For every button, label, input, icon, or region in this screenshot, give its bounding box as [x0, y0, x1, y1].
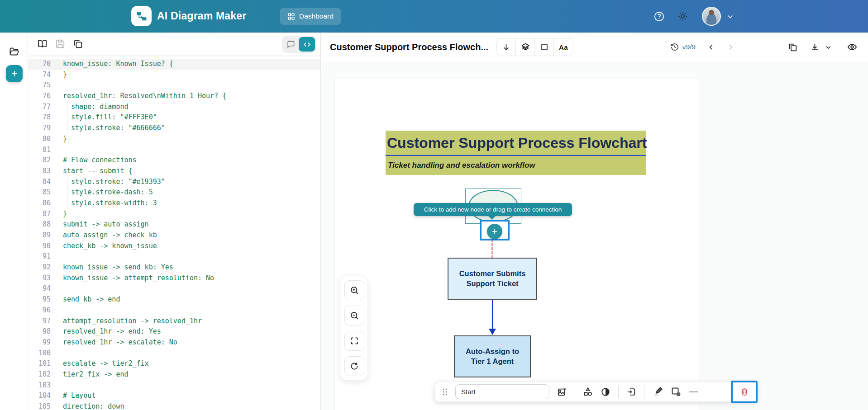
move-to-container-button[interactable]	[626, 387, 636, 397]
shape-frame-button[interactable]	[535, 38, 554, 56]
code-line[interactable]: 89auto_assign -> check_kb	[28, 230, 320, 241]
code-line[interactable]: 102tier2_fix -> end	[28, 369, 320, 380]
code-editor[interactable]: 70known_issue: Known Issue? {74}7576reso…	[28, 55, 320, 410]
version-history-button[interactable]	[670, 42, 679, 52]
line-number: 77	[28, 102, 51, 113]
code-line[interactable]: 99resolved_1hr -> escalate: No	[28, 337, 320, 348]
reset-view-button[interactable]	[344, 356, 364, 376]
code-text: start -- submit {	[63, 166, 133, 177]
download-options-button[interactable]	[825, 44, 832, 51]
code-line[interactable]: 105direction: down	[28, 401, 320, 410]
comments-view-button[interactable]	[283, 38, 298, 51]
code-line[interactable]: 83start -- submit {	[28, 166, 320, 177]
line-number: 95	[28, 294, 51, 305]
code-line[interactable]: 81	[28, 145, 320, 156]
line-number: 76	[28, 91, 51, 102]
new-diagram-button[interactable]	[6, 65, 23, 82]
drag-handle[interactable]	[442, 388, 448, 396]
canvas-body[interactable]: Customer Support Process Flowchart Ticke…	[321, 61, 868, 410]
line-number: 101	[28, 358, 51, 369]
code-line[interactable]: 92known_issue -> send_kb: Yes	[28, 262, 320, 273]
preview-button[interactable]	[847, 42, 857, 52]
square-icon	[540, 43, 548, 51]
user-menu-button[interactable]	[702, 7, 734, 26]
line-number: 94	[28, 283, 51, 294]
code-line[interactable]: 82# Flow connections	[28, 155, 320, 166]
zoom-controls	[340, 276, 368, 381]
code-line[interactable]: 93known_issue -> attempt_resolution: No	[28, 273, 320, 284]
version-next-button[interactable]	[727, 43, 734, 51]
help-button[interactable]	[653, 11, 665, 22]
code-line[interactable]: 84 style.stroke: "#e19393"	[28, 177, 320, 188]
download-button[interactable]	[810, 42, 820, 52]
fill-color-button[interactable]	[652, 386, 663, 397]
code-line[interactable]: 70known_issue: Known Issue? {	[28, 59, 320, 70]
code-line[interactable]: 101escalate -> tier2_fix	[28, 358, 320, 369]
code-line[interactable]: 103	[28, 380, 320, 391]
save-button[interactable]	[55, 39, 65, 49]
code-line[interactable]: 104# Layout	[28, 391, 320, 401]
typography-button[interactable]: Aa	[554, 38, 573, 56]
code-text: check_kb -> known_issue	[63, 241, 157, 252]
duplicate-button[interactable]	[788, 42, 797, 52]
border-color-button[interactable]	[671, 386, 682, 397]
app-root: AI Diagram Maker Dashboard	[0, 0, 868, 410]
code-line[interactable]: 78 style.fill: "#FFF3E0"	[28, 112, 320, 123]
node-customer-submits[interactable]: Customer Submits Support Ticket	[448, 258, 537, 300]
diagram-title-node[interactable]: Customer Support Process Flowchart Ticke…	[386, 131, 646, 175]
code-line[interactable]: 87}	[28, 209, 320, 220]
files-button[interactable]	[9, 46, 19, 57]
code-line[interactable]: 85 style.stroke-dash: 5	[28, 187, 320, 198]
copy-icon	[73, 39, 83, 49]
code-line[interactable]: 100	[28, 348, 320, 359]
code-line[interactable]: 97attempt_resolution -> resolved_1hr	[28, 316, 320, 327]
code-line[interactable]: 80}	[28, 134, 320, 145]
canvas-panel: Customer Support Process Flowch...	[321, 33, 868, 410]
fit-view-button[interactable]	[344, 331, 364, 351]
zoom-in-button[interactable]	[344, 280, 364, 300]
version-prev-button[interactable]	[707, 43, 715, 51]
code-text: submit -> auto_assign	[63, 219, 149, 230]
move-into-icon	[626, 387, 636, 397]
theme-toggle-button[interactable]	[677, 11, 688, 22]
line-number: 96	[28, 305, 51, 316]
code-line[interactable]: 74}	[28, 70, 320, 80]
code-line[interactable]: 76resolved_1hr: Resolved\nWithin 1 Hour?…	[28, 91, 320, 102]
code-line[interactable]: 77 shape: diamond	[28, 102, 320, 113]
line-number: 82	[28, 155, 51, 166]
code-line[interactable]: 95send_kb -> end	[28, 294, 320, 305]
header-actions	[653, 0, 734, 33]
direction-down-button[interactable]	[497, 38, 516, 56]
left-rail	[0, 33, 28, 410]
code-text: # Layout	[63, 391, 95, 401]
layers-button[interactable]	[516, 38, 535, 56]
add-node-button[interactable]	[487, 224, 502, 239]
dashboard-button[interactable]: Dashboard	[280, 8, 341, 25]
node-name-input[interactable]	[455, 384, 549, 399]
line-number: 81	[28, 145, 51, 156]
node-auto-assign[interactable]: Auto-Assign to Tier 1 Agent	[454, 335, 531, 377]
contrast-button[interactable]	[601, 387, 610, 397]
delete-node-button[interactable]	[731, 381, 758, 403]
code-line[interactable]: 79 style.stroke: "#666666"	[28, 123, 320, 134]
code-line[interactable]: 86 style.stroke-width: 3	[28, 198, 320, 209]
code-line[interactable]: 90check_kb -> known_issue	[28, 241, 320, 252]
docs-button[interactable]	[37, 38, 48, 49]
main-area: 70known_issue: Known Issue? {74}7576reso…	[0, 33, 868, 410]
zoom-out-button[interactable]	[344, 306, 364, 325]
change-shape-button[interactable]	[583, 387, 593, 397]
code-line[interactable]: 75	[28, 80, 320, 91]
code-line[interactable]: 91	[28, 251, 320, 262]
code-line[interactable]: 88submit -> auto_assign	[28, 219, 320, 230]
code-line[interactable]: 94	[28, 283, 320, 294]
copy-code-button[interactable]	[73, 39, 83, 49]
code-line[interactable]: 96	[28, 305, 320, 316]
document-title: Customer Support Process Flowch...	[330, 42, 488, 52]
comment-icon	[286, 40, 295, 49]
code-view-button[interactable]	[299, 37, 315, 52]
canvas-actions	[788, 42, 857, 52]
add-image-button[interactable]	[557, 387, 567, 397]
stroke-style-button[interactable]	[689, 391, 698, 392]
code-line[interactable]: 98resolved_1hr -> end: Yes	[28, 326, 320, 337]
line-number: 86	[28, 198, 51, 209]
